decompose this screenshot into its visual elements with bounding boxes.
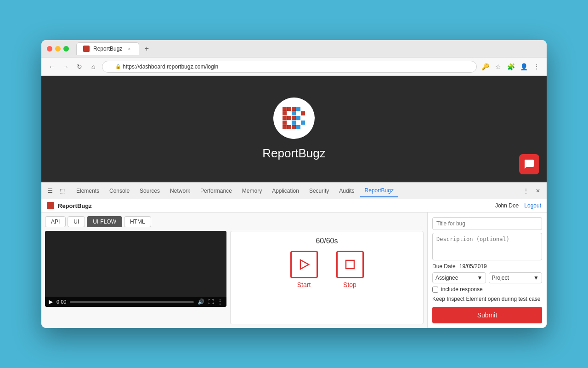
svg-rect-14: [296, 116, 300, 120]
menu-icon[interactable]: ⋮: [532, 62, 541, 71]
devtools-more-icon[interactable]: ⋮: [521, 186, 531, 196]
project-dropdown-icon: ▼: [533, 275, 539, 281]
rb-left-panel: API UI UI-FLOW HTML ▶: [41, 213, 427, 328]
svg-rect-12: [292, 125, 296, 129]
tab-ui[interactable]: UI: [68, 216, 85, 227]
logo-svg: [280, 104, 308, 132]
rb-logout-button[interactable]: Logout: [524, 202, 541, 209]
fullscreen-button[interactable]: ⛶: [208, 299, 214, 305]
rb-favicon: [47, 202, 54, 209]
more-button[interactable]: ⋮: [217, 299, 223, 305]
new-tab-button[interactable]: +: [141, 43, 152, 54]
traffic-lights: [47, 46, 69, 52]
rb-content: API UI UI-FLOW HTML ▶: [41, 213, 547, 328]
keep-inspect-label: Keep Inspect Element open during test ca…: [432, 295, 542, 303]
tab-bar: ReportBugz × +: [76, 42, 541, 55]
close-button[interactable]: [47, 46, 52, 52]
stop-icon: [336, 251, 364, 278]
back-button[interactable]: ←: [47, 62, 57, 72]
video-display: [45, 231, 226, 297]
devtools-body: ReportBugz John Doe Logout API UI UI-FLO…: [41, 199, 547, 328]
rb-user: John Doe: [495, 202, 519, 209]
stop-square-icon: [344, 258, 356, 271]
chat-button[interactable]: [519, 154, 539, 174]
include-response-label: include response: [441, 286, 483, 293]
svg-rect-11: [287, 125, 291, 129]
stop-button[interactable]: Stop: [336, 251, 364, 288]
tab-favicon: [83, 46, 90, 52]
bug-description-input[interactable]: [432, 233, 542, 260]
bug-title-input[interactable]: [432, 217, 542, 230]
devtools-tab-bar: ☰ ⬚ Elements Console Sources Network Per…: [41, 183, 547, 199]
play-triangle-icon: [298, 258, 311, 271]
devtools-device-icon[interactable]: ⬚: [57, 186, 67, 196]
tab-security[interactable]: Security: [305, 185, 334, 197]
website-content: ReportBugz: [41, 76, 547, 182]
assignee-row: Assignee ▼ Project ▼: [432, 272, 542, 283]
tab-console[interactable]: Console: [105, 185, 134, 197]
minimize-button[interactable]: [55, 46, 61, 52]
tab-api[interactable]: API: [45, 216, 66, 227]
tab-ui-flow[interactable]: UI-FLOW: [87, 216, 122, 227]
chat-icon: [524, 159, 535, 170]
project-label: Project: [492, 275, 509, 281]
url-text: https://dashboard.reportbugz.com/login: [123, 63, 218, 70]
assignee-dropdown-icon: ▼: [477, 275, 483, 281]
devtools-panel: ☰ ⬚ Elements Console Sources Network Per…: [41, 182, 547, 328]
svg-rect-8: [283, 121, 287, 125]
tab-memory[interactable]: Memory: [237, 185, 266, 197]
home-button[interactable]: ⌂: [88, 62, 98, 72]
devtools-more-actions: ⋮ ✕: [521, 186, 543, 196]
svg-rect-7: [292, 116, 296, 120]
devtools-close-icon[interactable]: ✕: [533, 186, 543, 196]
site-title: ReportBugz: [262, 146, 325, 161]
tab-reportbugz[interactable]: ReportBugz: [360, 184, 398, 197]
svg-rect-1: [287, 107, 291, 111]
refresh-button[interactable]: ↻: [74, 62, 85, 72]
maximize-button[interactable]: [63, 46, 69, 52]
rb-title: ReportBugz: [58, 202, 492, 209]
svg-marker-18: [300, 260, 309, 269]
address-input[interactable]: 🔒 https://dashboard.reportbugz.com/login: [102, 61, 477, 73]
reportbugz-panel: ReportBugz John Doe Logout API UI UI-FLO…: [41, 199, 547, 328]
include-response-checkbox[interactable]: [432, 287, 438, 293]
svg-rect-17: [301, 121, 305, 125]
svg-rect-9: [292, 121, 296, 125]
browser-window: ReportBugz × + ← → ↻ ⌂ 🔒 https://dashboa…: [41, 40, 547, 328]
due-date-value: 19/05/2019: [459, 263, 487, 270]
project-select[interactable]: Project ▼: [489, 272, 543, 283]
assignee-label: Assignee: [435, 275, 458, 281]
tab-performance[interactable]: Performance: [196, 185, 237, 197]
svg-rect-4: [292, 111, 296, 115]
video-progress-bar[interactable]: [70, 301, 194, 303]
profile-icon[interactable]: 👤: [519, 62, 528, 71]
start-button[interactable]: Start: [290, 251, 318, 288]
tab-sources[interactable]: Sources: [135, 185, 164, 197]
key-icon[interactable]: 🔑: [481, 62, 490, 71]
tab-application[interactable]: Application: [267, 185, 304, 197]
due-date-label: Due Date: [432, 263, 456, 270]
include-response-row: include response: [432, 286, 542, 293]
tab-elements[interactable]: Elements: [72, 185, 104, 197]
extension-icon[interactable]: 🧩: [506, 62, 515, 71]
svg-rect-2: [292, 107, 296, 111]
svg-rect-10: [283, 125, 287, 129]
forward-button[interactable]: →: [61, 62, 71, 72]
tab-close-button[interactable]: ×: [126, 46, 132, 52]
assignee-select[interactable]: Assignee ▼: [432, 272, 486, 283]
logo-circle: [273, 98, 315, 139]
devtools-inspect-icon[interactable]: ☰: [45, 186, 55, 196]
bookmark-icon[interactable]: ☆: [493, 62, 503, 71]
play-pause-button[interactable]: ▶: [49, 299, 53, 305]
svg-rect-16: [301, 111, 305, 115]
tab-title: ReportBugz: [93, 46, 122, 52]
tab-html[interactable]: HTML: [124, 216, 151, 227]
tab-network[interactable]: Network: [165, 185, 195, 197]
address-actions: 🔑 ☆ 🧩 👤 ⋮: [481, 62, 541, 71]
volume-button[interactable]: 🔊: [198, 299, 204, 305]
timer-value: 60/60s: [316, 237, 338, 245]
svg-rect-0: [283, 107, 287, 111]
tab-audits[interactable]: Audits: [334, 185, 359, 197]
submit-button[interactable]: Submit: [432, 307, 542, 323]
browser-tab[interactable]: ReportBugz ×: [76, 42, 139, 55]
